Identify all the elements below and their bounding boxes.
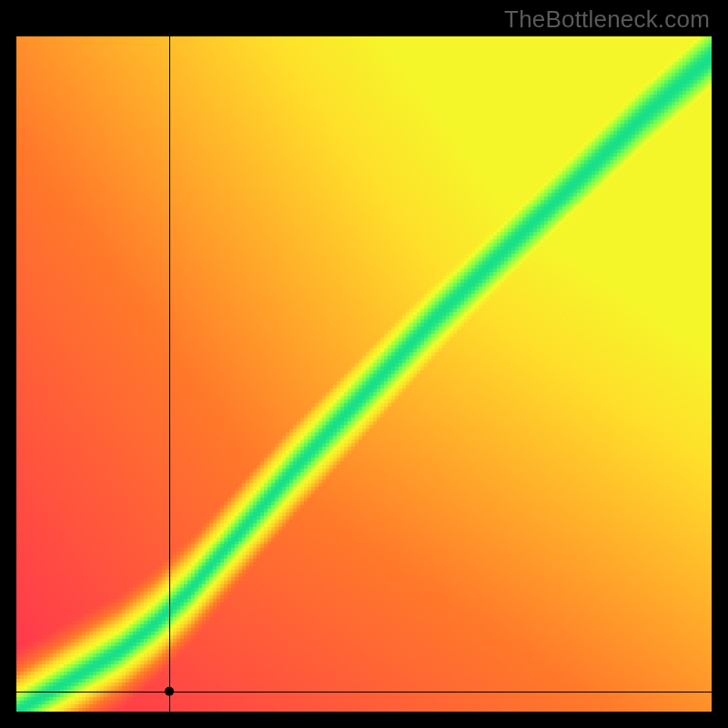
chart-frame: TheBottleneck.com (0, 0, 728, 728)
watermark-label: TheBottleneck.com (504, 5, 710, 34)
plot-area (16, 36, 712, 712)
crosshair-overlay (16, 36, 712, 712)
